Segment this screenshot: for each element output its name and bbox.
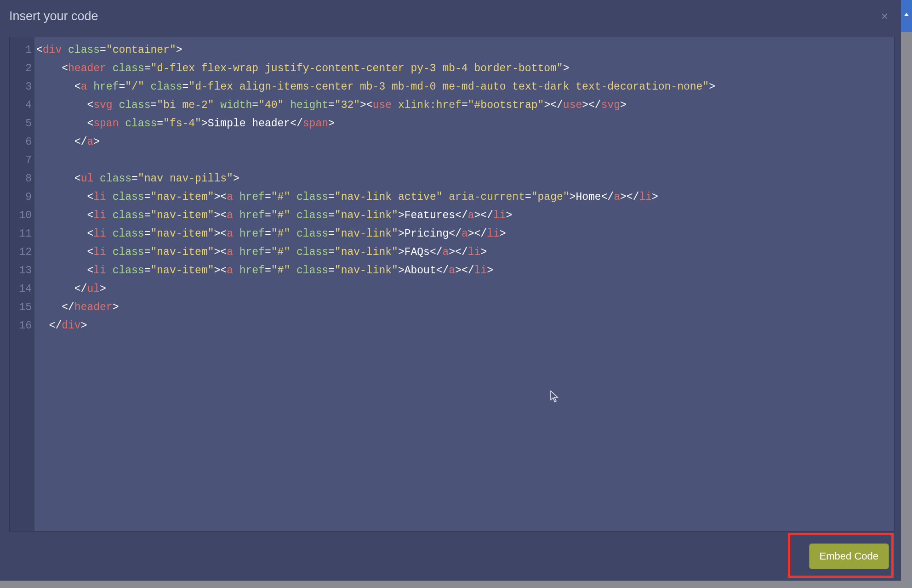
line-number-gutter: 12345678910111213141516 [10, 37, 34, 531]
mouse-cursor-icon [550, 390, 559, 406]
arrow-up-icon[interactable] [901, 0, 912, 32]
modal-title: Insert your code [9, 9, 98, 23]
modal-footer: Embed Code [0, 537, 901, 576]
modal-header: Insert your code × [0, 0, 901, 32]
code-editor[interactable]: 12345678910111213141516 <div class="cont… [9, 37, 895, 531]
code-area[interactable]: <div class="container"> <header class="d… [34, 37, 894, 531]
close-icon[interactable]: × [878, 6, 892, 27]
insert-code-modal: Insert your code × 123456789101112131415… [0, 0, 901, 581]
embed-code-button[interactable]: Embed Code [809, 543, 889, 569]
